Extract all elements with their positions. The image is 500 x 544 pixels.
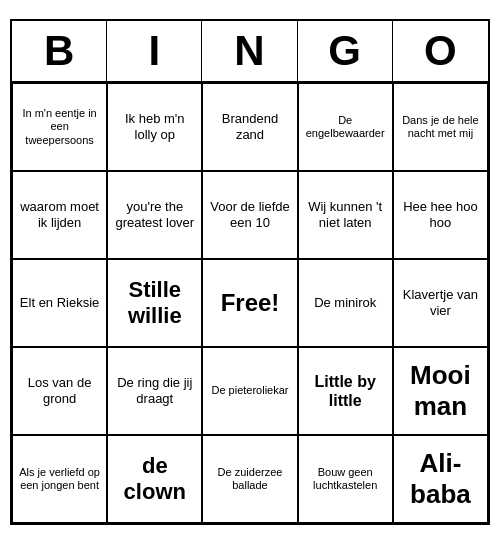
bingo-cell-17[interactable]: De pieteroliekar: [202, 347, 297, 435]
bingo-cell-0[interactable]: In m'n eentje in een tweepersoons: [12, 83, 107, 171]
bingo-cell-5[interactable]: waarom moet ik lijden: [12, 171, 107, 259]
bingo-cell-3[interactable]: De engelbewaarder: [298, 83, 393, 171]
bingo-cell-2[interactable]: Brandend zand: [202, 83, 297, 171]
bingo-letter-i: I: [107, 21, 202, 81]
bingo-cell-1[interactable]: Ik heb m'n lolly op: [107, 83, 202, 171]
bingo-cell-14[interactable]: Klavertje van vier: [393, 259, 488, 347]
bingo-letter-b: B: [12, 21, 107, 81]
bingo-header: BINGO: [12, 21, 488, 83]
bingo-cell-22[interactable]: De zuiderzee ballade: [202, 435, 297, 523]
bingo-cell-19[interactable]: Mooi man: [393, 347, 488, 435]
bingo-cell-24[interactable]: Ali-baba: [393, 435, 488, 523]
bingo-cell-23[interactable]: Bouw geen luchtkastelen: [298, 435, 393, 523]
bingo-cell-11[interactable]: Stille willie: [107, 259, 202, 347]
bingo-cell-15[interactable]: Los van de grond: [12, 347, 107, 435]
bingo-cell-12[interactable]: Free!: [202, 259, 297, 347]
bingo-grid: In m'n eentje in een tweepersoonsIk heb …: [12, 83, 488, 523]
bingo-cell-18[interactable]: Little by little: [298, 347, 393, 435]
bingo-cell-10[interactable]: Elt en Rieksie: [12, 259, 107, 347]
bingo-cell-7[interactable]: Voor de liefde een 10: [202, 171, 297, 259]
bingo-card: BINGO In m'n eentje in een tweepersoonsI…: [10, 19, 490, 525]
bingo-cell-6[interactable]: you're the greatest lover: [107, 171, 202, 259]
bingo-cell-20[interactable]: Als je verliefd op een jongen bent: [12, 435, 107, 523]
bingo-cell-8[interactable]: Wij kunnen 't niet laten: [298, 171, 393, 259]
bingo-cell-13[interactable]: De minirok: [298, 259, 393, 347]
bingo-cell-9[interactable]: Hee hee hoo hoo: [393, 171, 488, 259]
bingo-letter-g: G: [298, 21, 393, 81]
bingo-cell-16[interactable]: De ring die jij draagt: [107, 347, 202, 435]
bingo-letter-n: N: [202, 21, 297, 81]
bingo-cell-21[interactable]: de clown: [107, 435, 202, 523]
bingo-cell-4[interactable]: Dans je de hele nacht met mij: [393, 83, 488, 171]
bingo-letter-o: O: [393, 21, 488, 81]
